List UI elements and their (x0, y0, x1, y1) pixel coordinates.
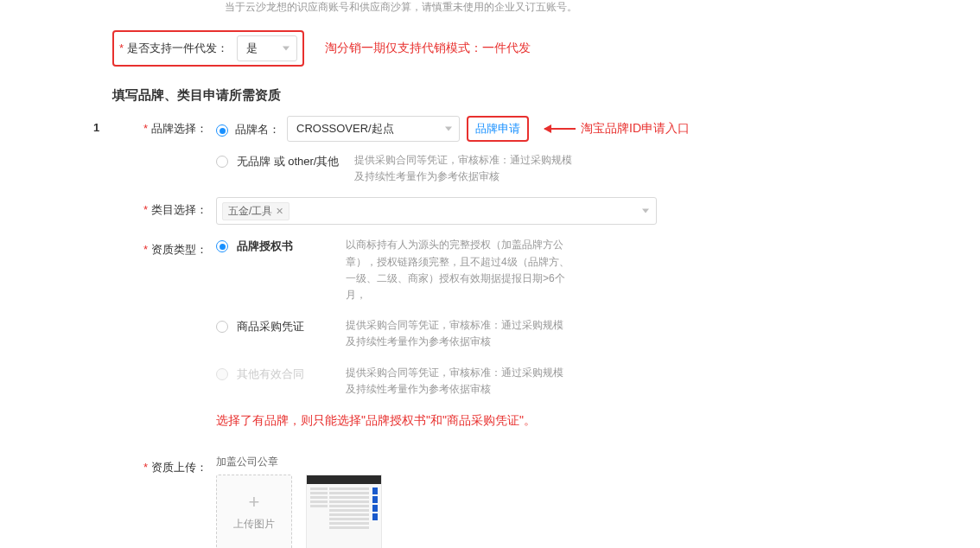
radio-no-brand-label: 无品牌 或 other/其他 (237, 152, 339, 169)
arrow-left-icon (544, 128, 576, 130)
chevron-down-icon (283, 47, 290, 51)
qual-type-annotation: 选择了有品牌，则只能选择"品牌授权书"和"商品采购凭证"。 (216, 413, 963, 429)
plus-icon: + (249, 493, 260, 512)
radio-no-brand[interactable] (216, 156, 228, 168)
upload-thumbnail[interactable]: 1111.png (306, 475, 382, 548)
qual-opt1-label: 品牌授权书 (237, 237, 293, 254)
qual-opt1-hint: 以商标持有人为源头的完整授权（加盖品牌方公章），授权链路须完整，且不超过4级（品… (346, 237, 570, 303)
row-category: *类目选择： 五金/工具 ✕ (112, 197, 963, 225)
upload-button[interactable]: + 上传图片 (216, 475, 292, 548)
qual-opt3-label: 其他有效合同 (237, 365, 304, 382)
qual-opt3-hint: 提供采购合同等凭证，审核标准：通过采购规模及持续性考量作为参考依据审核 (346, 365, 570, 398)
brand-annotation: 淘宝品牌ID申请入口 (581, 121, 690, 137)
row-brand: 1 *品牌选择： 品牌名： CROSSOVER/起点 品牌申请 淘宝品牌ID申请… (112, 116, 963, 185)
row-upload: *资质上传： 加盖公司公章 + 上传图片 (112, 455, 963, 548)
dropship-annotation: 淘分销一期仅支持代销模式：一件代发 (325, 41, 531, 56)
chevron-down-icon (445, 127, 452, 131)
category-label: 类目选择： (151, 203, 207, 216)
upload-label: 资质上传： (151, 461, 207, 474)
radio-qual-opt3 (216, 368, 228, 380)
radio-brand-name[interactable] (216, 124, 228, 137)
required-asterisk: * (119, 41, 124, 54)
dropship-highlight-box: * 是否支持一件代发： 是 (112, 30, 304, 67)
section-title: 填写品牌、类目申请所需资质 (112, 87, 963, 104)
top-note: 当于云沙龙想的识应商账号和供应商沙算，请慎重未使用的企业又订五账号。 (112, 0, 963, 18)
upload-caption: 加盖公司公章 (216, 455, 963, 469)
dropship-label: 是否支持一件代发： (127, 41, 228, 54)
brand-select[interactable]: CROSSOVER/起点 (287, 116, 460, 142)
brand-apply-link[interactable]: 品牌申请 (475, 121, 520, 137)
brand-apply-highlight: 品牌申请 (467, 116, 529, 142)
category-select[interactable]: 五金/工具 ✕ (216, 197, 657, 225)
no-brand-hint: 提供采购合同等凭证，审核标准：通过采购规模及持续性考量作为参考依据审核 (354, 152, 579, 185)
chevron-down-icon (642, 209, 649, 213)
dropship-select[interactable]: 是 (237, 35, 297, 61)
qual-opt2-hint: 提供采购合同等凭证，审核标准：通过采购规模及持续性考量作为参考依据审核 (346, 317, 570, 350)
qual-type-label: 资质类型： (151, 243, 207, 256)
brand-label: 品牌选择： (151, 122, 207, 135)
radio-qual-opt2[interactable] (216, 321, 228, 333)
radio-brand-name-label: 品牌名： (235, 120, 280, 137)
brand-index: 1 (93, 121, 99, 134)
row-qual-type: *资质类型： 品牌授权书 以商标持有人为源头的完整授权（加盖品牌方公章），授权链… (112, 237, 963, 429)
category-tag[interactable]: 五金/工具 ✕ (222, 202, 290, 220)
radio-qual-opt1[interactable] (216, 240, 228, 252)
close-icon[interactable]: ✕ (276, 206, 283, 217)
qual-opt2-label: 商品采购凭证 (237, 317, 304, 335)
row-dropship: * 是否支持一件代发： 是 淘分销一期仅支持代销模式：一件代发 (112, 30, 963, 67)
